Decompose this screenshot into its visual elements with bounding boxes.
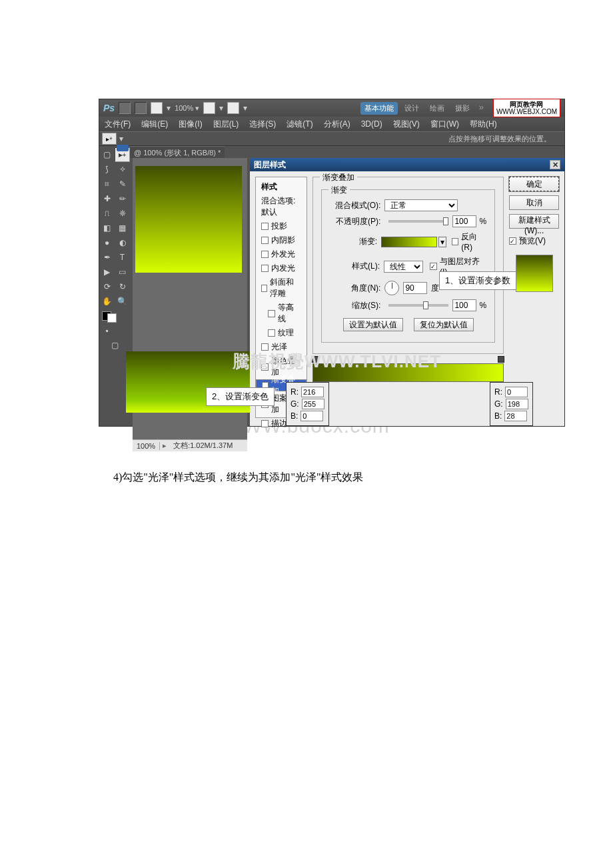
- menu-layer[interactable]: 图层(L): [208, 117, 245, 131]
- menu-view[interactable]: 视图(V): [388, 117, 425, 131]
- eraser-tool-icon[interactable]: ◧: [99, 221, 115, 235]
- checkbox-icon[interactable]: [261, 285, 267, 292]
- marquee-tool-icon[interactable]: ▢: [99, 147, 115, 162]
- angle-dial[interactable]: [384, 281, 399, 295]
- topbar-zoom[interactable]: 100% ▾: [175, 104, 199, 113]
- shape-tool-icon[interactable]: ▭: [115, 265, 130, 279]
- menu-3d[interactable]: 3D(D): [356, 118, 388, 130]
- status-zoom[interactable]: 100%: [133, 442, 160, 450]
- preview-checkbox[interactable]: [509, 237, 516, 245]
- close-icon[interactable]: ✕: [550, 160, 560, 169]
- crop-tool-icon[interactable]: ⌗: [99, 177, 115, 191]
- quickmask-icon[interactable]: ▪: [99, 323, 115, 338]
- menu-help[interactable]: 帮助(H): [464, 117, 502, 131]
- dialog-titlebar[interactable]: 图层样式 ✕: [250, 158, 564, 171]
- history-brush-tool-icon[interactable]: ❈: [115, 206, 130, 221]
- menu-select[interactable]: 选择(S): [244, 117, 281, 131]
- style-dropshadow[interactable]: 投影: [256, 219, 306, 233]
- cancel-button[interactable]: 取消: [509, 195, 559, 210]
- new-style-button[interactable]: 新建样式(W)...: [509, 214, 559, 229]
- opacity-slider[interactable]: [388, 220, 448, 223]
- bridge-icon[interactable]: [119, 102, 131, 114]
- style-texture[interactable]: 纹理: [256, 326, 306, 340]
- gradient-preview[interactable]: [381, 237, 437, 247]
- style-satin[interactable]: 光泽: [256, 340, 306, 354]
- scale-input[interactable]: [452, 299, 476, 311]
- checkbox-icon[interactable]: [261, 265, 269, 272]
- opacity-stop-left[interactable]: [312, 356, 318, 363]
- arrange-docs-icon[interactable]: [203, 102, 215, 114]
- background-swatch[interactable]: [107, 313, 117, 323]
- rgb-right-b[interactable]: [504, 411, 527, 421]
- type-tool-icon[interactable]: T: [115, 250, 130, 265]
- set-default-button[interactable]: 设置为默认值: [343, 318, 403, 331]
- workspace-tab-paint[interactable]: 绘画: [426, 102, 448, 115]
- healing-brush-tool-icon[interactable]: ✚: [99, 191, 115, 206]
- zoom-tool-icon[interactable]: 🔍: [115, 294, 130, 309]
- blend-mode-select[interactable]: 正常: [384, 199, 458, 211]
- chevrons-icon[interactable]: »: [479, 102, 484, 115]
- clone-stamp-tool-icon[interactable]: ⎍: [99, 206, 115, 221]
- checkbox-icon[interactable]: [261, 251, 269, 258]
- dropdown-caret-icon[interactable]: ▾: [243, 103, 247, 113]
- path-select-tool-icon[interactable]: ▶: [99, 265, 115, 279]
- ok-button[interactable]: 确定: [509, 177, 559, 191]
- opacity-input[interactable]: [452, 215, 476, 227]
- checkbox-icon[interactable]: [261, 237, 269, 244]
- magic-wand-tool-icon[interactable]: ✧: [115, 162, 130, 177]
- dropdown-caret-icon[interactable]: ▾: [219, 103, 223, 113]
- align-checkbox[interactable]: [430, 263, 437, 270]
- workspace-tab-photo[interactable]: 摄影: [451, 102, 474, 115]
- workspace-tab-design[interactable]: 设计: [400, 102, 423, 115]
- style-innerglow[interactable]: 内发光: [256, 261, 306, 275]
- rgb-right-r[interactable]: [505, 387, 528, 397]
- rgb-right-g[interactable]: [506, 399, 528, 409]
- angle-input[interactable]: [403, 282, 427, 294]
- document-tab[interactable]: @ 100% (形状 1, RGB/8) *: [130, 146, 225, 158]
- checkbox-icon[interactable]: [261, 363, 269, 371]
- style-innershadow[interactable]: 内阴影: [256, 233, 306, 247]
- 3d-orbit-tool-icon[interactable]: ↻: [115, 279, 130, 294]
- 3d-rotate-tool-icon[interactable]: ⟳: [99, 279, 115, 294]
- menu-edit[interactable]: 编辑(E): [136, 117, 173, 131]
- opacity-stop-right[interactable]: [498, 356, 504, 363]
- screenmode-tool-icon[interactable]: ▢: [99, 338, 130, 353]
- scale-slider[interactable]: [388, 304, 448, 307]
- pen-tool-icon[interactable]: ✒: [99, 250, 115, 265]
- checkbox-icon[interactable]: [261, 420, 269, 427]
- gradient-tool-icon[interactable]: ▦: [115, 221, 130, 235]
- reset-default-button[interactable]: 复位为默认值: [414, 318, 474, 331]
- style-select[interactable]: 线性: [384, 261, 423, 273]
- brush-tool-icon[interactable]: ✏: [115, 191, 130, 206]
- blending-options-row[interactable]: 混合选项:默认: [256, 194, 306, 219]
- menu-image[interactable]: 图像(I): [173, 117, 207, 131]
- status-doc-icon[interactable]: ▸: [160, 441, 169, 450]
- rgb-left-g[interactable]: [302, 399, 324, 409]
- menu-file[interactable]: 文件(F): [99, 117, 136, 131]
- current-tool-icon[interactable]: ▸+: [102, 133, 117, 145]
- move-tool-icon[interactable]: ▸+: [115, 147, 130, 162]
- eyedropper-tool-icon[interactable]: ✎: [115, 177, 130, 191]
- blur-tool-icon[interactable]: ●: [99, 235, 115, 250]
- dodge-tool-icon[interactable]: ◐: [115, 235, 130, 250]
- hand-tool-icon[interactable]: ✋: [99, 294, 115, 309]
- rgb-left-b[interactable]: [301, 411, 323, 421]
- canvas[interactable]: 100% ▸ 文档:1.02M/1.37M: [133, 158, 247, 451]
- checkbox-icon[interactable]: [261, 343, 269, 351]
- checkbox-icon[interactable]: [268, 329, 275, 337]
- lasso-tool-icon[interactable]: ⟆: [99, 162, 115, 177]
- checkbox-icon[interactable]: [261, 223, 269, 230]
- dropdown-caret-icon[interactable]: ▾: [438, 237, 446, 247]
- workspace-tab-essentials[interactable]: 基本功能: [360, 102, 398, 115]
- reverse-checkbox[interactable]: [452, 238, 458, 245]
- rgb-left-r[interactable]: [301, 387, 324, 397]
- styles-header[interactable]: 样式: [256, 180, 306, 194]
- color-swatches[interactable]: [99, 309, 130, 323]
- optbar-dropdown-icon[interactable]: ▾: [119, 134, 123, 143]
- menu-analysis[interactable]: 分析(A): [318, 117, 356, 131]
- screen-mode-icon[interactable]: [151, 102, 163, 114]
- gradient-bar[interactable]: [312, 363, 504, 382]
- style-contour[interactable]: 等高线: [256, 301, 306, 326]
- checkbox-icon[interactable]: [268, 310, 275, 317]
- style-bevel[interactable]: 斜面和浮雕: [256, 275, 306, 301]
